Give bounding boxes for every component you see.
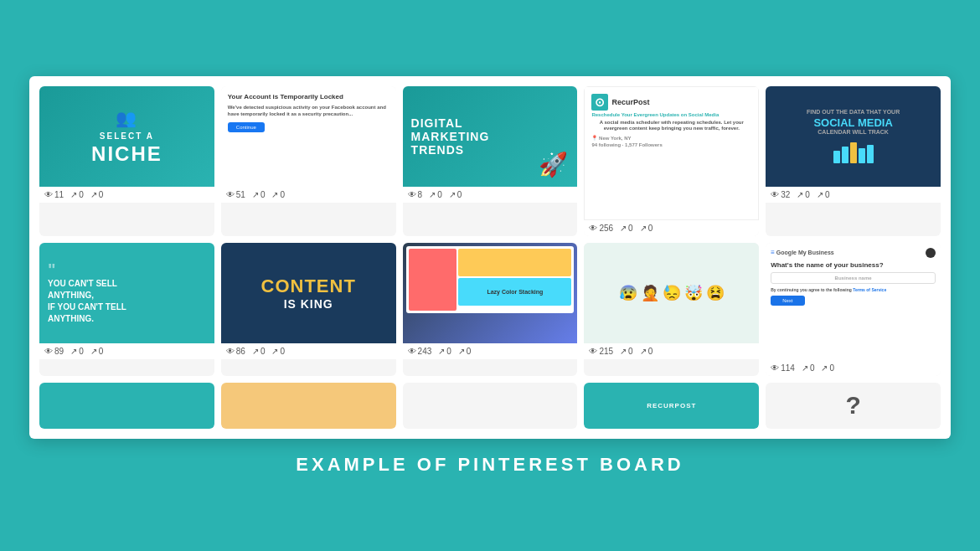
repins-social-media: ↗ 0 [797,190,810,199]
recurpost-brand: ⊙ [591,94,608,111]
repins-stress: ↗ 0 [620,347,633,356]
gmb-header: ≡ Google My Business [771,249,834,256]
clicks-design: ↗ 0 [458,347,472,356]
locked-body: We've detected suspicious activity on yo… [228,104,389,118]
partial-card-recurpost2: RECURPOST [584,383,759,429]
sm-top-text: FIND OUT THE DATA THAT YOUR [807,109,900,115]
views-content: 👁 86 [226,347,245,356]
partial-card-teal [39,383,214,429]
pin-card-stress: 😰 🤦 😓 🤯 😫 👁 215 ↗ 0 ↗ 0 [584,243,759,376]
views-recurpost: 👁 256 [589,224,613,233]
repins-niche: ↗ 0 [70,190,84,199]
views-locked: 👁 51 [226,190,245,199]
recurpost2-label: RECURPOST [647,402,696,409]
pin-image-gmb: ≡ Google My Business What's the name of … [766,243,941,360]
pin-stats-content: 👁 86 ↗ 0 ↗ 0 [221,343,396,359]
repins-gmb: ↗ 0 [802,363,815,373]
pin-stats-niche: 👁 11 ↗ 0 ↗ 0 [39,187,214,203]
pin-stats-design: 👁 243 ↗ 0 ↗ 0 [403,343,578,359]
sm-big-text: SOCIAL MEDIA [807,116,900,129]
quote-mark: " [48,261,55,278]
pin-stats-quote: 👁 89 ↗ 0 ↗ 0 [39,343,214,359]
digital-line2: MARKETING [403,130,578,143]
partial-card-orange [221,383,396,429]
pin-card-digital: DIGITAL MARKETING TRENDS 🚀 👁 8 ↗ 0 ↗ 0 [403,86,578,236]
pin-image-design: Lazy Color Stacking [403,243,578,343]
repins-digital: ↗ 0 [429,190,442,199]
people-icon: 👥 [116,108,137,128]
recurpost-desc: A social media scheduler with repeating … [591,120,751,133]
views-gmb: 👁 114 [771,363,795,373]
question-mark-label: ? [845,391,860,420]
pin-card-quote: " YOU CAN'T SELL ANYTHING, IF YOU CAN'T … [39,243,214,376]
rocket-icon: 🚀 [539,151,569,178]
clicks-niche: ↗ 0 [90,190,104,199]
pin-card-content: CONTENT IS KING 👁 86 ↗ 0 ↗ 0 [221,243,396,376]
clicks-stress: ↗ 0 [640,347,653,356]
pin-image-stress: 😰 🤦 😓 🤯 😫 [584,243,759,343]
views-niche: 👁 11 [44,190,64,199]
pin-image-recurpost: ⊙ RecurPost Reschedule Your Evergreen Up… [584,86,759,220]
clicks-content: ↗ 0 [271,347,285,356]
views-digital: 👁 8 [408,190,423,199]
gmb-question: What's the name of your business? [771,261,883,270]
partial-card-empty [403,383,578,429]
repins-locked: ↗ 0 [252,190,266,199]
pin-card-gmb: ≡ Google My Business What's the name of … [766,243,941,376]
niche-label: NICHE [91,144,162,164]
partial-card-question: ? [766,383,941,429]
bar-chart [807,138,900,163]
partial-row: RECURPOST ? [39,383,941,429]
views-design: 👁 243 [408,347,432,356]
sm-sub-text: CALENDAR WILL TRACK [807,129,900,135]
repins-quote: ↗ 0 [70,347,84,356]
clicks-social-media: ↗ 0 [817,190,830,199]
pin-image-quote: " YOU CAN'T SELL ANYTHING, IF YOU CAN'T … [39,243,214,343]
stress-people: 😰 🤦 😓 🤯 😫 [619,284,725,302]
repins-recurpost: ↗ 0 [620,224,633,233]
content-line1: CONTENT [261,276,356,297]
select-label: SELECT A [100,131,154,141]
gmb-next-button[interactable]: Next [771,296,804,306]
gmb-avatar [926,248,936,258]
pin-stats-gmb: 👁 114 ↗ 0 ↗ 0 [766,360,941,376]
pin-image-locked: Your Account is Temporarily Locked We've… [221,86,396,187]
pin-image-social-media: FIND OUT THE DATA THAT YOUR SOCIAL MEDIA… [766,86,941,187]
repins-design: ↗ 0 [438,347,451,356]
views-social-media: 👁 32 [771,190,790,199]
design-preview: Lazy Color Stacking [406,246,575,313]
clicks-gmb: ↗ 0 [821,363,834,373]
clicks-digital: ↗ 0 [449,190,462,199]
pin-stats-digital: 👁 8 ↗ 0 ↗ 0 [403,187,578,203]
views-quote: 👁 89 [44,347,64,356]
gmb-terms: By continuing you agree to the following… [771,287,886,292]
pin-image-content: CONTENT IS KING [221,243,396,343]
pin-stats-locked: 👁 51 ↗ 0 ↗ 0 [221,187,396,203]
pin-card-niche: 👥 SELECT A NICHE 👁 11 ↗ 0 ↗ 0 [39,86,214,236]
pin-card-design: Lazy Color Stacking 👁 243 ↗ 0 ↗ 0 [403,243,578,376]
pin-card-recurpost: ⊙ RecurPost Reschedule Your Evergreen Up… [584,86,759,236]
pin-stats-social-media: 👁 32 ↗ 0 ↗ 0 [766,187,941,203]
pin-stats-stress: 👁 215 ↗ 0 ↗ 0 [584,343,759,359]
recurpost-following: 94 following · 1,577 Followers [591,142,662,147]
pin-image-digital: DIGITAL MARKETING TRENDS 🚀 [403,86,578,187]
clicks-locked: ↗ 0 [271,190,285,199]
recurpost-tagline: Reschedule Your Evergreen Updates on Soc… [591,112,719,117]
pin-card-social-media: FIND OUT THE DATA THAT YOUR SOCIAL MEDIA… [766,86,941,236]
views-stress: 👁 215 [589,347,613,356]
locked-continue-button[interactable]: Continue [228,122,265,132]
board-container: 👥 SELECT A NICHE 👁 11 ↗ 0 ↗ 0 Your Accou… [29,76,951,439]
pin-image-niche: 👥 SELECT A NICHE [39,86,214,187]
content-line2: IS KING [284,297,333,311]
clicks-recurpost: ↗ 0 [640,224,653,233]
pin-grid: 👥 SELECT A NICHE 👁 11 ↗ 0 ↗ 0 Your Accou… [39,86,941,376]
repins-content: ↗ 0 [252,347,266,356]
main-wrapper: 👥 SELECT A NICHE 👁 11 ↗ 0 ↗ 0 Your Accou… [0,0,980,551]
recurpost-location: 📍 New York, NY [591,135,631,141]
gmb-input[interactable]: Business name [771,272,936,284]
clicks-quote: ↗ 0 [90,347,104,356]
pin-card-locked: Your Account is Temporarily Locked We've… [221,86,396,236]
quote-text: YOU CAN'T SELL ANYTHING, IF YOU CAN'T TE… [48,278,126,325]
recurpost-name: RecurPost [611,98,649,106]
bottom-title: EXAMPLE OF PINTEREST BOARD [296,454,683,476]
